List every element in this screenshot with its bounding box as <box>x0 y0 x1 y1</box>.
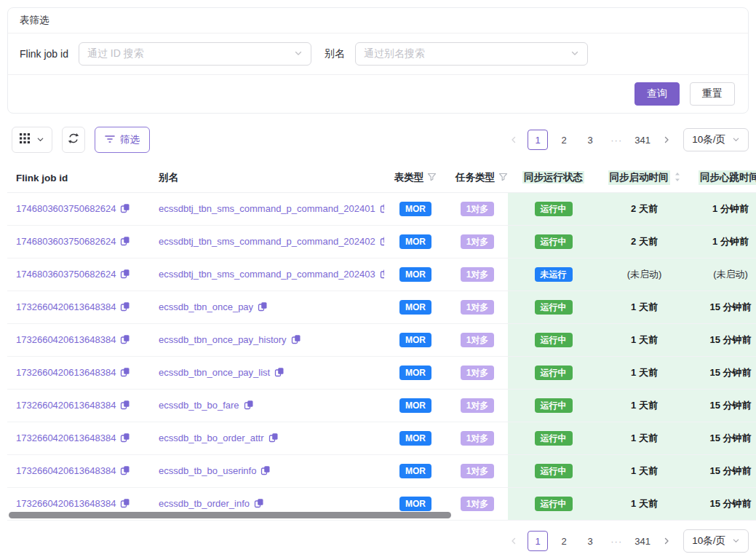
copy-icon[interactable] <box>380 203 384 216</box>
next-page-icon[interactable] <box>658 130 675 150</box>
status-badge: 未运行 <box>535 267 573 282</box>
alias-link[interactable]: ecssdbtj_tbn_sms_command_p_command_20240… <box>159 236 375 247</box>
copy-icon[interactable] <box>274 367 285 379</box>
query-button[interactable]: 查询 <box>634 82 680 106</box>
alias-link[interactable]: ecssdb_tb_bo_userinfo <box>159 465 256 476</box>
page-item-3[interactable]: 3 <box>580 130 600 150</box>
alias-link[interactable]: ecssdb_tbn_once_pay <box>159 301 253 312</box>
col-header-alias: 别名 <box>150 163 384 193</box>
filter-funnel-icon[interactable] <box>427 173 437 183</box>
copy-icon[interactable] <box>120 269 130 281</box>
status-badge: 运行中 <box>535 202 573 216</box>
chevron-down-icon <box>732 536 740 547</box>
page-item-1[interactable]: 1 <box>528 531 548 551</box>
prev-page-icon[interactable] <box>506 130 522 150</box>
job-id-link[interactable]: 1746803603750682624 <box>16 236 116 247</box>
job-id-link[interactable]: 1732660420613648384 <box>16 400 116 411</box>
copy-icon[interactable] <box>244 400 254 412</box>
sync-heartbeat-time: (未启动) <box>690 258 756 291</box>
toolbar-left: 筛选 <box>12 127 150 153</box>
sync-heartbeat-time: 15 分钟前 <box>690 422 756 455</box>
job-id-link[interactable]: 1732660420613648384 <box>16 367 116 378</box>
horizontal-scrollbar[interactable] <box>9 512 451 518</box>
table-row: 1746803603750682624 ecssdbtj_tbn_sms_com… <box>7 226 756 258</box>
sync-start-time: 2 天前 <box>599 226 690 258</box>
page-item-last[interactable]: 341 <box>632 531 653 551</box>
copy-icon[interactable] <box>120 334 130 347</box>
copy-icon[interactable] <box>120 203 130 216</box>
page-size-select[interactable]: 10条/页 <box>683 128 749 151</box>
table-type-tag: MOR <box>399 234 431 249</box>
copy-icon[interactable] <box>258 301 268 314</box>
flink-job-id-select[interactable]: 通过 ID 搜索 <box>79 42 311 66</box>
page-item-1[interactable]: 1 <box>528 130 548 150</box>
page-size-select[interactable]: 10条/页 <box>683 529 749 553</box>
job-id-link[interactable]: 1732660420613648384 <box>16 465 116 476</box>
sync-start-time: (未启动) <box>599 258 690 291</box>
pagination-top: 1 2 3 ··· 341 10条/页 <box>506 128 749 151</box>
copy-icon[interactable] <box>120 367 130 379</box>
filter-toggle-button[interactable]: 筛选 <box>95 127 150 153</box>
alias-select[interactable]: 通过别名搜索 <box>355 42 588 66</box>
page-ellipsis[interactable]: ··· <box>606 130 626 150</box>
table-row: 1732660420613648384 ecssdb_tb_bo_order_a… <box>7 422 756 455</box>
filter-card-footer: 查询 重置 <box>8 75 748 113</box>
task-type-tag: 1对多 <box>461 464 495 478</box>
density-button[interactable] <box>12 127 52 153</box>
chevron-down-icon <box>570 47 579 60</box>
alias-link[interactable]: ecssdb_tbn_once_pay_history <box>159 334 287 345</box>
copy-icon[interactable] <box>120 498 130 510</box>
copy-icon[interactable] <box>291 334 301 347</box>
copy-icon[interactable] <box>120 465 130 478</box>
alias-link[interactable]: ecssdb_tb_bo_order_attr <box>159 432 264 443</box>
copy-icon[interactable] <box>120 236 130 248</box>
copy-icon[interactable] <box>254 498 264 510</box>
alias-link[interactable]: ecssdb_tbn_once_pay_list <box>159 367 270 378</box>
copy-icon[interactable] <box>260 465 271 478</box>
page-item-last[interactable]: 341 <box>632 130 653 150</box>
table-row: 1732660420613648384 ecssdb_tb_bo_fare MO… <box>7 390 756 422</box>
alias-link[interactable]: ecssdb_tb_order_info <box>159 498 250 509</box>
alias-link[interactable]: ecssdbtj_tbn_sms_command_p_command_20240… <box>159 269 375 280</box>
status-badge: 运行中 <box>535 464 573 478</box>
sync-start-time: 1 天前 <box>599 488 690 521</box>
status-badge: 运行中 <box>535 300 573 315</box>
alias-link[interactable]: ecssdb_tb_bo_fare <box>159 400 239 411</box>
next-page-icon[interactable] <box>658 531 675 551</box>
task-type-tag: 1对多 <box>461 497 495 511</box>
job-id-link[interactable]: 1746803603750682624 <box>16 203 116 214</box>
table-type-tag: MOR <box>399 497 431 511</box>
prev-page-icon[interactable] <box>506 531 522 551</box>
page: 表筛选 Flink job id 通过 ID 搜索 别名 通过别名搜索 <box>0 0 756 553</box>
refresh-button[interactable] <box>62 127 85 153</box>
sorter-icon[interactable] <box>674 172 681 184</box>
page-item-2[interactable]: 2 <box>554 531 574 551</box>
sync-table: Flink job id 别名 表类型 任务类型 同步运行状态 同步启动时间 <box>7 163 756 521</box>
page-item-3[interactable]: 3 <box>580 531 600 551</box>
alias-link[interactable]: ecssdbtj_tbn_sms_command_p_command_20240… <box>159 203 375 214</box>
copy-icon[interactable] <box>268 432 279 445</box>
copy-icon[interactable] <box>380 236 384 248</box>
status-badge: 运行中 <box>535 398 573 413</box>
filter-card: 表筛选 Flink job id 通过 ID 搜索 别名 通过别名搜索 <box>7 7 749 114</box>
table-row: 1732660420613648384 ecssdb_tbn_once_pay … <box>7 291 756 324</box>
col-header-sync-status-label: 同步运行状态 <box>522 171 584 183</box>
grid-icon <box>20 133 30 146</box>
job-id-link[interactable]: 1732660420613648384 <box>16 301 116 312</box>
job-id-link[interactable]: 1732660420613648384 <box>16 498 116 509</box>
col-header-task-type: 任务类型 <box>447 163 508 193</box>
copy-icon[interactable] <box>120 301 130 314</box>
page-ellipsis[interactable]: ··· <box>606 531 626 551</box>
filter-funnel-icon[interactable] <box>498 173 508 183</box>
copy-icon[interactable] <box>120 400 130 412</box>
table-type-tag: MOR <box>399 366 431 380</box>
page-item-2[interactable]: 2 <box>554 130 574 150</box>
job-id-link[interactable]: 1746803603750682624 <box>16 269 116 280</box>
job-id-link[interactable]: 1732660420613648384 <box>16 334 116 345</box>
reset-button[interactable]: 重置 <box>690 82 735 106</box>
copy-icon[interactable] <box>380 269 384 281</box>
task-type-tag: 1对多 <box>461 234 495 249</box>
copy-icon[interactable] <box>120 432 130 445</box>
page-size-value: 10条/页 <box>692 534 725 548</box>
job-id-link[interactable]: 1732660420613648384 <box>16 432 116 443</box>
